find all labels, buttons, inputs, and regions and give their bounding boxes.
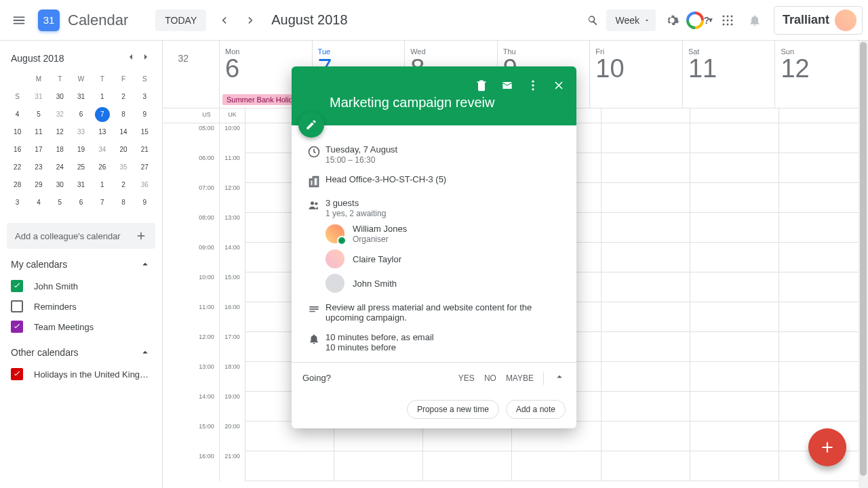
account-switcher[interactable]: ? [686, 8, 710, 33]
calendar-item[interactable]: Holidays in the United King… [7, 364, 155, 384]
guest-status: 1 yes, 2 awaiting [326, 209, 566, 218]
mini-cal-month: August 2018 [11, 53, 64, 64]
time-slot[interactable] [779, 332, 868, 362]
rsvp-yes[interactable]: YES [458, 373, 475, 383]
app-name: Calendar [68, 12, 128, 29]
time-slot[interactable] [334, 451, 423, 481]
time-slot[interactable] [423, 451, 512, 481]
time-slot[interactable] [779, 362, 868, 392]
time-slot[interactable] [690, 183, 779, 213]
reminder-2: 10 minutes before [326, 342, 566, 352]
time-slot[interactable] [601, 362, 690, 392]
time-slot[interactable] [690, 332, 779, 362]
add-colleague-input[interactable]: Add a colleague's calendar [7, 223, 155, 249]
time-slot[interactable] [601, 213, 690, 243]
mini-calendar[interactable]: MTWTFSS313031123453267891011123313141516… [7, 71, 155, 211]
prev-period-button[interactable] [210, 7, 237, 34]
notifications-button[interactable] [741, 7, 768, 34]
svg-point-2 [730, 15, 732, 17]
scrollbar[interactable] [859, 41, 868, 488]
view-selector[interactable]: Week [606, 9, 656, 31]
time-slot[interactable] [690, 123, 779, 153]
chevron-down-icon [644, 17, 650, 24]
time-slot[interactable] [601, 332, 690, 362]
rsvp-no[interactable]: NO [484, 373, 496, 383]
time-slot[interactable] [690, 422, 779, 451]
time-slot[interactable] [601, 153, 690, 183]
add-note-button[interactable]: Add a note [506, 400, 566, 419]
create-event-fab[interactable] [808, 428, 846, 466]
day-column-header[interactable]: Sun12 [775, 41, 868, 108]
event-room: Head Office-3-HO-ST-CH-3 (5) [326, 174, 566, 188]
my-calendars-header[interactable]: My calendars [11, 259, 67, 270]
chevron-up-icon[interactable] [139, 346, 151, 359]
svg-point-9 [532, 81, 534, 83]
time-slot[interactable] [601, 183, 690, 213]
edit-event-button[interactable] [298, 112, 324, 138]
day-column-header[interactable]: Fri10 [590, 41, 683, 108]
avatar [835, 9, 856, 31]
delete-event-button[interactable] [469, 73, 494, 98]
other-calendars-header[interactable]: Other calendars [11, 347, 79, 358]
rsvp-maybe[interactable]: MAYBE [506, 373, 534, 383]
search-button[interactable] [579, 7, 606, 34]
time-slot[interactable] [779, 392, 868, 422]
mini-prev-button[interactable] [125, 52, 136, 64]
svg-point-6 [722, 23, 724, 25]
time-slot[interactable] [779, 153, 868, 183]
time-slot[interactable] [601, 123, 690, 153]
time-slot[interactable] [690, 153, 779, 183]
time-slot[interactable] [779, 302, 868, 332]
calendar-item[interactable]: Team Meetings [7, 317, 155, 337]
time-slot[interactable] [690, 302, 779, 332]
time-slot[interactable] [245, 451, 334, 481]
calendar-item[interactable]: Reminders [7, 296, 155, 317]
time-slot[interactable] [601, 392, 690, 422]
svg-point-5 [730, 19, 732, 21]
time-slot[interactable] [779, 123, 868, 153]
mini-next-button[interactable] [140, 52, 151, 64]
room-icon [302, 174, 326, 188]
time-slot[interactable] [779, 272, 868, 302]
next-period-button[interactable] [237, 7, 264, 34]
time-slot[interactable] [601, 243, 690, 272]
time-slot[interactable] [601, 272, 690, 302]
svg-point-14 [315, 202, 317, 205]
rsvp-expand[interactable] [553, 371, 566, 385]
time-slot[interactable] [690, 243, 779, 272]
time-slot[interactable] [690, 213, 779, 243]
day-column-header[interactable]: Sat11 [683, 41, 776, 108]
time-slot[interactable] [779, 213, 868, 243]
main-menu-button[interactable] [5, 7, 33, 34]
svg-point-11 [532, 88, 534, 90]
propose-time-button[interactable]: Propose a new time [407, 400, 499, 419]
time-slot[interactable] [779, 243, 868, 272]
calendar-item[interactable]: John Smith [7, 276, 155, 296]
clock-icon [302, 144, 326, 165]
options-button[interactable] [521, 73, 545, 98]
time-slot[interactable] [690, 272, 779, 302]
time-slot[interactable] [601, 451, 690, 481]
profile-chip[interactable]: Tralliant [774, 6, 863, 35]
svg-point-10 [532, 84, 534, 86]
email-guests-button[interactable] [495, 73, 519, 98]
guest-row[interactable]: William JonesOrganiser [326, 224, 566, 244]
guest-row[interactable]: John Smith [326, 274, 566, 293]
time-slot[interactable] [690, 451, 779, 481]
settings-button[interactable] [658, 7, 686, 34]
chevron-up-icon[interactable] [139, 258, 151, 270]
time-slot[interactable] [779, 183, 868, 213]
time-slot[interactable] [690, 362, 779, 392]
time-slot[interactable] [601, 302, 690, 332]
svg-point-3 [722, 19, 724, 21]
today-button[interactable]: TODAY [155, 9, 206, 31]
event-popup: Marketing campaign reveiw Tuesday, 7 Aug… [292, 66, 576, 428]
time-slot[interactable] [690, 392, 779, 422]
time-slot[interactable] [601, 422, 690, 451]
current-period-title: August 2018 [271, 12, 347, 28]
time-slot[interactable] [512, 451, 601, 481]
description-icon [302, 302, 326, 323]
close-popup-button[interactable] [547, 73, 571, 98]
google-apps-button[interactable] [714, 7, 741, 34]
guest-row[interactable]: Claire Taylor [326, 249, 566, 268]
